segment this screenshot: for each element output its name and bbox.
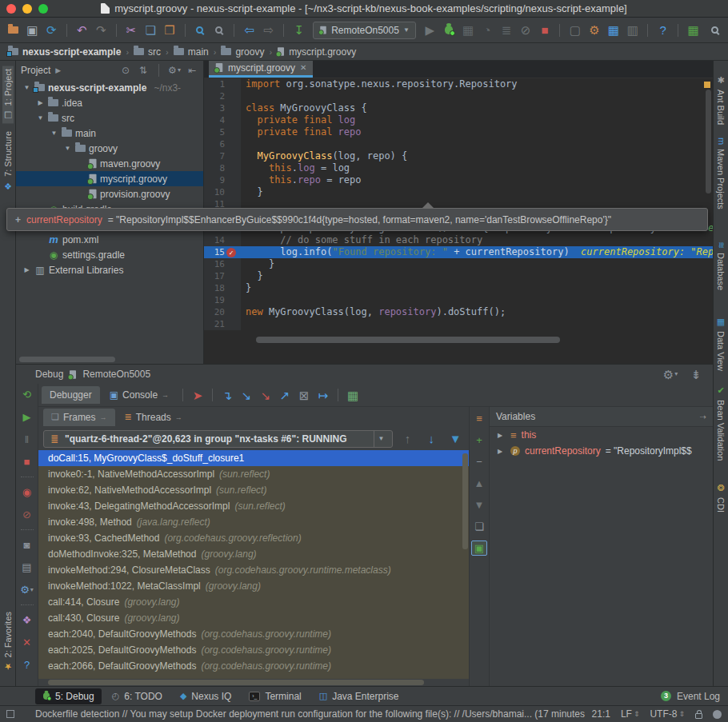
code-line[interactable]: 9 this.repo = repo	[204, 174, 713, 186]
editor-tab-myscript-groovy[interactable]: myscript.groovy ✕	[209, 61, 313, 78]
sync-icon[interactable]: ⟳	[43, 22, 60, 39]
filter-frames-icon[interactable]: ▼	[446, 430, 464, 448]
tree-item-nexus-script-example[interactable]: ▼nexus-script-example~/nx3-	[16, 80, 203, 95]
tree-item-provision-groovy[interactable]: provision.groovy	[16, 186, 203, 201]
run-icon[interactable]: ▶	[422, 22, 438, 39]
thread-dump-icon[interactable]: ◙	[19, 537, 35, 552]
show-execution-point-icon[interactable]: ➤	[189, 386, 206, 404]
tab-todo[interactable]: ◴6: TODO	[105, 688, 170, 704]
event-log-label[interactable]: Event Log	[677, 691, 720, 702]
code-line[interactable]: 18}	[204, 282, 713, 294]
collapse-all-icon[interactable]: ⇅	[137, 64, 150, 77]
locate-file-icon[interactable]: ⊙	[119, 64, 132, 77]
variable-row-currentrepository[interactable]: ▶pcurrentRepository = "RepositoryImpl$$	[490, 443, 713, 459]
step-into-icon[interactable]: ↘	[238, 386, 255, 404]
tool-strip-7-structure[interactable]: ❖7: Structure	[2, 128, 14, 194]
project-panel-hscrollbar[interactable]	[19, 357, 115, 362]
editor-hscrollbar[interactable]	[256, 337, 560, 343]
tree-item--idea[interactable]: ▶.idea	[16, 95, 203, 110]
chevron-right-icon[interactable]: ▶	[22, 266, 31, 273]
toggle-tool-buttons-icon[interactable]	[6, 710, 14, 718]
stop-debug-icon[interactable]: ■	[19, 454, 35, 469]
frame-row[interactable]: each:2040, DefaultGroovyMethods(org.code…	[38, 626, 469, 642]
chevron-right-icon[interactable]: ▶	[498, 448, 506, 455]
tab-nexus-iq[interactable]: ◆Nexus IQ	[173, 688, 238, 704]
code-line[interactable]: 16 }	[204, 258, 713, 270]
hide-panel-icon[interactable]: ⇤	[186, 64, 198, 77]
thread-selector[interactable]: ≣ "quartz-6-thread-2"@20,623 in group "n…	[43, 430, 393, 448]
redo-icon[interactable]: ↷	[93, 22, 110, 39]
tree-item-src[interactable]: ▼src	[16, 110, 203, 126]
frame-down-icon[interactable]: ↓	[422, 430, 440, 448]
tool-strip-1-project[interactable]: ❏1: Project	[2, 66, 14, 123]
code-line[interactable]: 15✓ log.info("Found repository: " + curr…	[204, 246, 713, 258]
frame-row[interactable]: doMethodInvoke:325, MetaMethod(groovy.la…	[38, 546, 469, 562]
frame-up-icon[interactable]: ↑	[399, 430, 417, 448]
chevron-right-icon[interactable]: ▶	[36, 99, 45, 106]
lock-icon[interactable]	[695, 713, 702, 719]
synchronize-icon[interactable]: ▥	[624, 22, 641, 39]
line-ending-selector[interactable]: LF⇕	[621, 708, 640, 720]
back-icon[interactable]: ⇦	[241, 22, 258, 39]
move-watch-up-icon[interactable]: ▲	[471, 476, 487, 491]
restore-layout-icon[interactable]: ▤	[19, 560, 35, 575]
evaluate-expression-icon[interactable]: ▦	[344, 386, 362, 404]
help-icon[interactable]: ?	[654, 22, 671, 39]
view-breakpoints-icon[interactable]: ◉	[19, 485, 35, 500]
tree-item-maven-groovy[interactable]: maven.groovy	[16, 156, 203, 171]
tool-strip-2-favorites[interactable]: ★2: Favorites	[2, 608, 14, 675]
status-message[interactable]: Dockerfile detection // You may setup Do…	[35, 708, 586, 720]
editor-vscrollbar[interactable]	[706, 90, 711, 193]
add-watch-icon[interactable]: +	[471, 433, 487, 448]
coverage-icon[interactable]: ▦	[460, 22, 477, 39]
code-line[interactable]: 2	[204, 90, 713, 102]
tool-strip-data-view[interactable]: ▦Data View	[715, 313, 726, 374]
frame-row[interactable]: invoke0:-1, NativeMethodAccessorImpl(sun…	[38, 466, 469, 482]
step-over-icon[interactable]: ↴	[218, 386, 236, 404]
breadcrumb-item-myscript-groovy[interactable]: myscript.groovy	[277, 46, 356, 58]
variable-row-this[interactable]: ▶≡this	[490, 427, 713, 443]
open-icon[interactable]	[5, 22, 22, 39]
tool-strip-database[interactable]: ≋Database	[715, 238, 726, 293]
tree-item-settings-gradle[interactable]: ◉settings.gradle	[16, 247, 203, 262]
chevron-right-icon[interactable]: ▶	[55, 66, 61, 74]
copy-icon[interactable]: ❏	[142, 22, 159, 39]
tree-item-pom-xml[interactable]: mpom.xml	[16, 232, 203, 247]
code-line[interactable]: 1import org.sonatype.nexus.repository.Re…	[204, 78, 713, 90]
expand-icon[interactable]: +	[15, 214, 21, 225]
chevron-down-icon[interactable]: ▼	[22, 84, 31, 91]
resume-icon[interactable]: ▶	[19, 409, 35, 425]
event-log-icon[interactable]: 3	[661, 691, 671, 701]
encoding-selector[interactable]: UTF-8⇕	[650, 708, 685, 720]
chevron-down-icon[interactable]: ▼	[374, 431, 389, 447]
pause-icon[interactable]: ‖	[19, 432, 35, 447]
frame-row[interactable]: invoke:498, Method(java.lang.reflect)	[38, 514, 469, 530]
gear-icon[interactable]: ⚙▾	[168, 64, 181, 77]
chevron-down-icon[interactable]: ▼	[36, 114, 45, 122]
tree-item-myscript-groovy[interactable]: myscript.groovy	[16, 171, 203, 186]
watches-menu-icon[interactable]: ≡	[471, 411, 487, 426]
paste-icon[interactable]: ❒	[162, 22, 178, 39]
cut-icon[interactable]: ✂	[123, 22, 140, 39]
code-line[interactable]: 3class MyGroovyClass {	[204, 102, 713, 114]
install-plugin-icon[interactable]: ▦	[685, 22, 702, 39]
frame-row[interactable]: each:2025, DefaultGroovyMethods(org.code…	[38, 642, 469, 658]
breadcrumb-item-main[interactable]: main	[174, 46, 209, 58]
tab-debug[interactable]: 5: Debug	[35, 688, 102, 704]
code-line[interactable]: 17 }	[204, 270, 713, 282]
run-with-coverage-icon[interactable]: ≣	[498, 22, 515, 39]
breadcrumb-item-src[interactable]: src	[134, 46, 161, 58]
code-line[interactable]: 6	[204, 138, 713, 150]
help-icon[interactable]: ?	[19, 657, 35, 672]
attach-debugger-icon[interactable]: ⊘	[518, 22, 534, 39]
debugger-value-tooltip[interactable]: + currentRepository = "RepositoryImpl$$E…	[6, 208, 708, 231]
code-line[interactable]: 7 MyGroovyClass(log, repo) {	[204, 150, 713, 162]
goto-line-icon[interactable]: ↧	[290, 22, 307, 39]
frame-row[interactable]: invokeMethod:294, ClosureMetaClass(org.c…	[38, 562, 469, 578]
code-line[interactable]: 21	[204, 318, 713, 330]
debug-icon[interactable]	[441, 22, 458, 39]
mute-breakpoints-icon[interactable]: ⊘	[19, 507, 35, 522]
force-step-into-icon[interactable]: ↘	[257, 386, 274, 404]
drop-frame-icon[interactable]: ⊠	[295, 386, 313, 404]
code-line[interactable]: 5 private final repo	[204, 126, 713, 138]
